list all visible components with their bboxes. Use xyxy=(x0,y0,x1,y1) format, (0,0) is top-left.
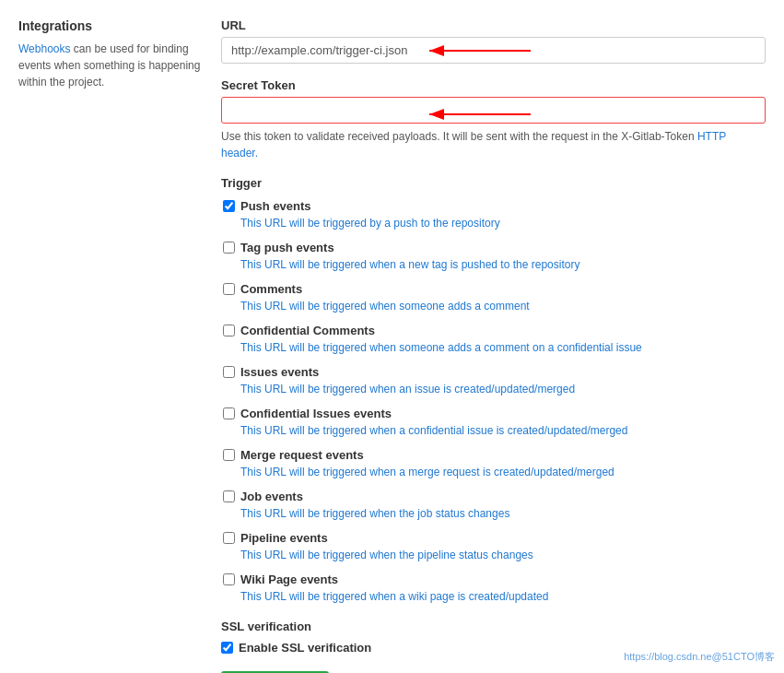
trigger-item-conf-issues-header: Confidential Issues events xyxy=(223,407,766,420)
secret-token-hint: Use this token to validate received payl… xyxy=(221,128,766,161)
comments-checkbox[interactable] xyxy=(223,283,235,295)
job-events-desc: This URL will be triggered when the job … xyxy=(223,505,766,522)
trigger-item-pipeline-header: Pipeline events xyxy=(223,531,766,545)
trigger-item-comments: Comments This URL will be triggered when… xyxy=(221,282,766,314)
trigger-item-confidential-issues: Confidential Issues events This URL will… xyxy=(221,407,766,439)
sidebar-description: Webhooks can be used for binding events … xyxy=(18,41,203,90)
tag-push-events-desc: This URL will be triggered when a new ta… xyxy=(223,256,766,273)
secret-token-field-group: Secret Token 在Jenkins配置触发器所生成的字符串 xyxy=(221,78,766,161)
confidential-comments-label[interactable]: Confidential Comments xyxy=(240,324,375,337)
push-events-label[interactable]: Push events xyxy=(240,199,311,213)
trigger-item-merge-request: Merge request events This URL will be tr… xyxy=(221,448,766,480)
trigger-item-wiki: Wiki Page events This URL will be trigge… xyxy=(221,573,766,605)
merge-request-label[interactable]: Merge request events xyxy=(240,448,364,462)
wiki-events-label[interactable]: Wiki Page events xyxy=(240,573,338,586)
url-label: URL xyxy=(221,18,766,32)
url-input[interactable] xyxy=(221,37,766,64)
sidebar-title: Integrations xyxy=(18,18,203,33)
trigger-item-comments-header: Comments xyxy=(223,282,766,296)
token-wrapper: 在Jenkins配置触发器所生成的字符串 xyxy=(221,97,766,124)
tag-push-events-checkbox[interactable] xyxy=(223,242,235,254)
trigger-item-confidential-comments: Confidential Comments This URL will be t… xyxy=(221,324,766,356)
issues-events-label[interactable]: Issues events xyxy=(240,365,319,379)
push-events-checkbox[interactable] xyxy=(223,200,235,212)
trigger-item-merge-header: Merge request events xyxy=(223,448,766,462)
secret-token-input[interactable] xyxy=(221,97,766,124)
webhooks-link[interactable]: Webhooks xyxy=(18,42,70,55)
confidential-comments-checkbox[interactable] xyxy=(223,325,235,336)
issues-events-desc: This URL will be triggered when an issue… xyxy=(223,381,766,397)
secret-token-hint-text: Use this token to validate received payl… xyxy=(221,130,697,143)
main-content: URL 此处填写，Jenkins 创建触发器提到的URL xyxy=(221,18,766,673)
job-events-label[interactable]: Job events xyxy=(240,490,303,503)
trigger-item-wiki-header: Wiki Page events xyxy=(223,573,766,586)
merge-request-desc: This URL will be triggered when a merge … xyxy=(223,464,766,480)
pipeline-events-desc: This URL will be triggered when the pipe… xyxy=(223,547,766,563)
push-events-desc: This URL will be triggered by a push to … xyxy=(223,215,766,231)
trigger-item-issues-header: Issues events xyxy=(223,365,766,379)
trigger-item-issues: Issues events This URL will be triggered… xyxy=(221,365,766,397)
comments-desc: This URL will be triggered when someone … xyxy=(223,298,766,314)
secret-token-label: Secret Token xyxy=(221,78,766,92)
comments-label[interactable]: Comments xyxy=(240,282,302,296)
trigger-item-pipeline: Pipeline events This URL will be trigger… xyxy=(221,531,766,563)
pipeline-events-label[interactable]: Pipeline events xyxy=(240,531,328,545)
url-field-group: URL 此处填写，Jenkins 创建触发器提到的URL xyxy=(221,18,766,64)
trigger-item-push-events: Push events This URL will be triggered b… xyxy=(221,199,766,231)
wiki-events-checkbox[interactable] xyxy=(223,573,235,585)
watermark: https://blog.csdn.ne@51CTO博客 xyxy=(624,650,775,664)
sidebar: Integrations Webhooks can be used for bi… xyxy=(18,18,221,673)
url-wrapper: 此处填写，Jenkins 创建触发器提到的URL xyxy=(221,37,766,64)
tag-push-events-label[interactable]: Tag push events xyxy=(240,241,334,254)
ssl-label: SSL verification xyxy=(221,620,766,633)
merge-request-checkbox[interactable] xyxy=(223,449,235,461)
issues-events-checkbox[interactable] xyxy=(223,366,235,378)
wiki-events-desc: This URL will be triggered when a wiki p… xyxy=(223,588,766,605)
trigger-item-push-header: Push events xyxy=(223,199,766,213)
trigger-section: Trigger Push events This URL will be tri… xyxy=(221,176,766,605)
confidential-issues-checkbox[interactable] xyxy=(223,407,235,419)
trigger-item-tag-header: Tag push events xyxy=(223,241,766,254)
ssl-checkbox-label[interactable]: Enable SSL verification xyxy=(239,641,371,655)
pipeline-events-checkbox[interactable] xyxy=(223,532,235,544)
confidential-issues-label[interactable]: Confidential Issues events xyxy=(240,407,392,420)
ssl-checkbox[interactable] xyxy=(221,642,233,654)
job-events-checkbox[interactable] xyxy=(223,490,235,502)
trigger-item-job-header: Job events xyxy=(223,490,766,503)
trigger-label: Trigger xyxy=(221,176,766,190)
confidential-comments-desc: This URL will be triggered when someone … xyxy=(223,339,766,356)
trigger-item-job: Job events This URL will be triggered wh… xyxy=(221,490,766,522)
confidential-issues-desc: This URL will be triggered when a confid… xyxy=(223,422,766,439)
trigger-item-tag-push: Tag push events This URL will be trigger… xyxy=(221,241,766,273)
trigger-item-conf-comments-header: Confidential Comments xyxy=(223,324,766,337)
